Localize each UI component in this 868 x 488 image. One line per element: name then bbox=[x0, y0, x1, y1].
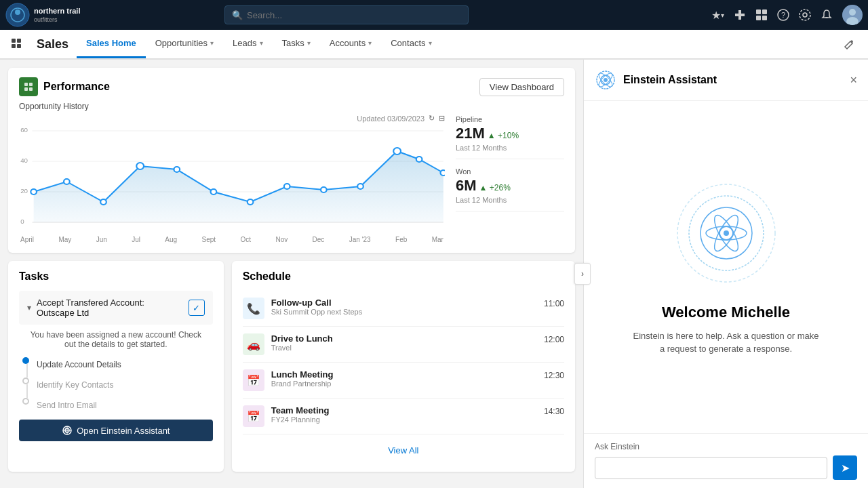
schedule-item-1: 🚗 Drive to Lunch Travel 12:00 bbox=[243, 327, 564, 363]
svg-point-45 bbox=[416, 157, 422, 162]
svg-rect-7 bbox=[756, 16, 761, 20]
todo-status-dot bbox=[22, 357, 29, 364]
performance-icon bbox=[19, 77, 38, 96]
schedule-sub: Brand Partnership bbox=[271, 380, 537, 388]
schedule-sub: Travel bbox=[271, 344, 537, 352]
search-input[interactable] bbox=[247, 10, 461, 20]
top-navigation: northern trail outfitters 🔍 ★ ▾ ? bbox=[0, 0, 868, 30]
star-icon: ★ bbox=[711, 9, 721, 22]
svg-rect-23 bbox=[24, 87, 28, 91]
todo-item-3: Send Intro Email bbox=[19, 398, 213, 410]
avatar[interactable] bbox=[842, 5, 863, 25]
global-search[interactable]: 🔍 bbox=[224, 5, 469, 24]
schedule-name: Follow-up Call bbox=[271, 298, 537, 308]
collapse-panel-button[interactable]: › bbox=[574, 263, 591, 285]
settings-button[interactable] bbox=[799, 9, 811, 21]
svg-point-43 bbox=[357, 184, 363, 189]
bell-icon bbox=[821, 9, 833, 21]
help-button[interactable]: ? bbox=[777, 9, 789, 21]
svg-point-36 bbox=[100, 199, 106, 205]
refresh-icon[interactable]: ↻ bbox=[429, 114, 435, 123]
won-metric: Won 6M ▲ +26% Last 12 Months bbox=[456, 167, 564, 211]
chevron-down-icon: ▾ bbox=[210, 39, 214, 47]
edit-nav-button[interactable] bbox=[835, 30, 863, 58]
svg-rect-19 bbox=[12, 44, 16, 48]
tasks-title: Tasks bbox=[19, 270, 213, 283]
won-delta: ▲ +26% bbox=[479, 183, 511, 192]
tab-opportunities[interactable]: Opportunities ▾ bbox=[146, 30, 223, 58]
task-item[interactable]: ▾ Accept Transfered Account: Outscape Lt… bbox=[19, 291, 213, 325]
todo-label: Send Intro Email bbox=[33, 398, 97, 410]
won-value: 6M bbox=[456, 177, 477, 195]
schedule-card: Schedule 📞 Follow-up Call Ski Summit Opp… bbox=[232, 261, 575, 472]
pipeline-value: 21M bbox=[456, 125, 485, 142]
chevron-down-icon: ▾ bbox=[721, 12, 724, 19]
top-nav-right: ★ ▾ ? bbox=[711, 5, 863, 25]
app-launcher-button[interactable] bbox=[5, 30, 28, 58]
svg-point-44 bbox=[393, 148, 401, 155]
tab-leads[interactable]: Leads ▾ bbox=[223, 30, 272, 58]
svg-point-41 bbox=[284, 184, 290, 189]
tab-contacts[interactable]: Contacts ▾ bbox=[381, 30, 441, 58]
pipeline-label: Pipeline bbox=[456, 115, 564, 123]
chevron-down-icon: ▾ bbox=[307, 39, 311, 47]
svg-text:60: 60 bbox=[20, 127, 28, 134]
svg-text:0: 0 bbox=[20, 218, 24, 225]
svg-marker-33 bbox=[34, 151, 443, 222]
schedule-time: 12:00 bbox=[544, 333, 564, 344]
chevron-down-icon: ▾ bbox=[27, 303, 31, 312]
tab-tasks[interactable]: Tasks ▾ bbox=[273, 30, 320, 58]
brand-name: northern trail bbox=[34, 7, 80, 16]
pipeline-metric: Pipeline 21M ▲ +10% Last 12 Months bbox=[456, 115, 564, 159]
einstein-title: Einstein Assistant bbox=[623, 74, 843, 86]
schedule-item-0: 📞 Follow-up Call Ski Summit Opp next Ste… bbox=[243, 291, 564, 327]
einstein-avatar-ring bbox=[672, 179, 781, 287]
svg-text:?: ? bbox=[781, 11, 785, 19]
tab-accounts[interactable]: Accounts ▾ bbox=[320, 30, 381, 58]
view-dashboard-button[interactable]: View Dashboard bbox=[479, 78, 564, 96]
ask-einstein-input[interactable] bbox=[595, 457, 827, 479]
schedule-sub: Ski Summit Opp next Steps bbox=[271, 308, 537, 316]
svg-rect-21 bbox=[24, 83, 28, 86]
einstein-header: Einstein Assistant × bbox=[584, 60, 868, 101]
pipeline-period: Last 12 Months bbox=[456, 144, 564, 152]
app-name: Sales bbox=[28, 30, 77, 58]
svg-point-35 bbox=[64, 179, 70, 184]
add-button[interactable] bbox=[734, 9, 746, 21]
left-panel: Performance View Dashboard Opportunity H… bbox=[0, 60, 583, 488]
task-check-button[interactable]: ✓ bbox=[189, 300, 205, 316]
svg-point-53 bbox=[604, 78, 608, 82]
svg-point-2 bbox=[15, 9, 20, 15]
todo-label: Identify Key Contacts bbox=[33, 378, 113, 398]
performance-title: Performance bbox=[43, 81, 110, 93]
gear-icon bbox=[799, 9, 811, 21]
favorites-button[interactable]: ★ ▾ bbox=[711, 9, 724, 22]
phone-icon: 📞 bbox=[243, 298, 264, 319]
opportunity-chart: 60 40 20 0 bbox=[19, 125, 445, 234]
svg-point-11 bbox=[803, 13, 807, 17]
setup-icon bbox=[755, 9, 768, 21]
svg-text:20: 20 bbox=[20, 188, 28, 195]
setup-help-button[interactable] bbox=[755, 9, 768, 21]
svg-point-34 bbox=[31, 189, 37, 195]
schedule-item-2: 📅 Lunch Meeting Brand Partnership 12:30 bbox=[243, 363, 564, 399]
view-all-button[interactable]: View All bbox=[243, 439, 564, 462]
close-button[interactable]: × bbox=[850, 74, 857, 86]
schedule-name: Lunch Meeting bbox=[271, 369, 537, 380]
tasks-card: Tasks ▾ Accept Transfered Account: Outsc… bbox=[8, 261, 224, 472]
car-icon: 🚗 bbox=[243, 333, 264, 355]
schedule-item-3: 📅 Team Meeting FY24 Planning 14:30 bbox=[243, 399, 564, 434]
schedule-name: Drive to Lunch bbox=[271, 333, 537, 344]
calendar-icon: 📅 bbox=[243, 405, 264, 427]
svg-point-39 bbox=[211, 189, 217, 195]
svg-point-37 bbox=[136, 163, 144, 169]
notifications-button[interactable] bbox=[821, 9, 833, 21]
open-einstein-button[interactable]: Open Einstein Assistant bbox=[19, 420, 213, 441]
tab-sales-home[interactable]: Sales Home bbox=[77, 30, 146, 58]
filter-icon[interactable]: ⊟ bbox=[439, 114, 445, 123]
einstein-icon bbox=[62, 425, 73, 436]
svg-point-15 bbox=[849, 9, 856, 16]
task-name: Accept Transfered Account: Outscape Ltd bbox=[37, 298, 183, 318]
send-button[interactable]: ➤ bbox=[833, 455, 857, 480]
plus-icon bbox=[734, 9, 746, 21]
